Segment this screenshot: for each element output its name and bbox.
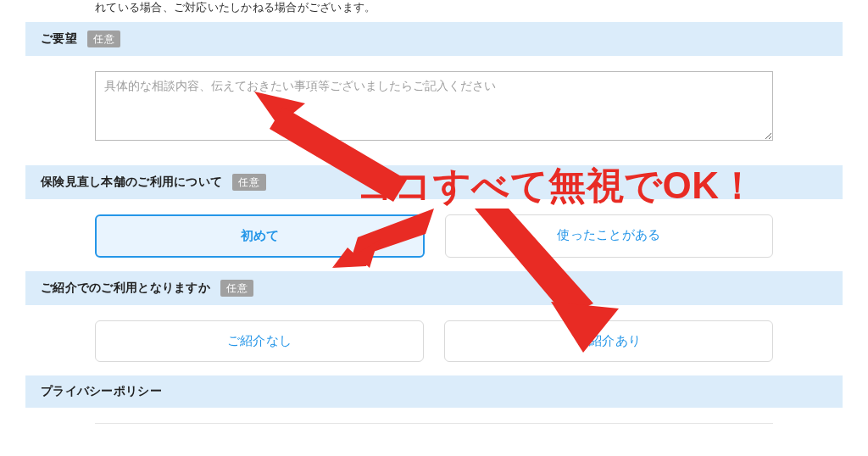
choice-label: 初めて (241, 228, 280, 242)
referral-choice-yes[interactable]: ご紹介あり (444, 320, 773, 362)
section-title-privacy: プライバシーポリシー (41, 384, 162, 399)
referral-choice-group: ご紹介なし ご紹介あり (95, 320, 773, 362)
section-header-referral: ご紹介でのご利用となりますか 任意 (25, 271, 843, 305)
optional-badge: 任意 (87, 31, 120, 47)
section-title-requests: ご要望 (41, 31, 77, 47)
referral-choice-no[interactable]: ご紹介なし (95, 320, 424, 362)
notice-text-cutoff: れている場合、ご対応いたしかねる場合がございます。 (95, 0, 843, 15)
section-title-usage: 保険見直し本舗のご利用について (41, 175, 222, 190)
section-body-referral: ご紹介なし ご紹介あり (25, 305, 843, 370)
section-title-referral: ご紹介でのご利用となりますか (41, 281, 210, 296)
optional-badge: 任意 (232, 174, 265, 191)
optional-badge: 任意 (220, 280, 253, 297)
choice-label: 使ったことがある (557, 227, 660, 242)
requests-textarea[interactable] (95, 71, 773, 141)
usage-choice-used-before[interactable]: 使ったことがある (445, 214, 773, 258)
section-header-privacy: プライバシーポリシー (25, 375, 843, 408)
section-body-requests (25, 56, 843, 160)
section-body-usage: 初めて 使ったことがある (25, 199, 843, 266)
choice-label: ご紹介あり (576, 333, 642, 348)
usage-choice-group: 初めて 使ったことがある (95, 214, 773, 258)
divider (95, 423, 773, 424)
usage-choice-first-time[interactable]: 初めて (95, 214, 425, 258)
form-page: れている場合、ご対応いたしかねる場合がございます。 ご要望 任意 保険見直し本舗… (0, 0, 868, 456)
choice-label: ご紹介なし (227, 333, 292, 348)
section-header-requests: ご要望 任意 (25, 22, 843, 56)
section-header-usage: 保険見直し本舗のご利用について 任意 (25, 165, 843, 199)
